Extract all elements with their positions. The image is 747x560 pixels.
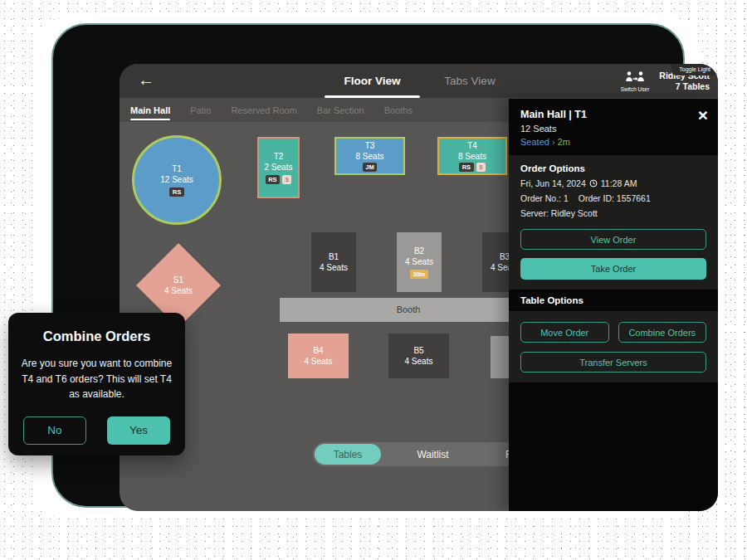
booth-bench[interactable]: Booth [280,298,537,322]
switch-user-button[interactable]: Switch User [621,71,650,92]
server-badge: RS [169,187,183,197]
table-b5[interactable]: B5 4 Seats [388,334,449,378]
table-label: B5 [413,345,423,356]
table-detail-panel: Main Hall | T1 12 Seats Seated›2m × Orde… [509,99,718,511]
take-order-button[interactable]: Take Order [520,258,706,280]
table-t2[interactable]: T2 2 Seats RS $ [257,137,300,198]
tab-floor-view[interactable]: Floor View [325,64,420,98]
dialog-title: Combine Orders [8,329,185,344]
move-order-button[interactable]: Move Order [520,322,609,343]
booth-label: Booth [397,304,421,315]
room-tab-reserved-room[interactable]: Reserved Room [231,98,296,122]
table-seats: 8 Seats [458,151,486,162]
dialog-yes-button[interactable]: Yes [107,416,170,445]
back-arrow-icon[interactable]: ← [138,71,154,89]
table-seats: 4 Seats [320,262,348,273]
room-tab-main-hall[interactable]: Main Hall [130,98,170,122]
status-seated: Seated [520,137,549,147]
table-t1[interactable]: T1 12 Seats RS [132,135,222,225]
order-number: Order No.: 1 [520,193,569,203]
table-seats: 4 Seats [405,256,433,267]
switch-user-label: Switch User [621,86,650,92]
order-numbers: Order No.: 1 Order ID: 1557661 [520,193,706,203]
panel-title: Main Hall | T1 [520,109,706,120]
table-seats: 4 Seats [405,356,433,367]
table-label: B4 [313,345,323,356]
server-badge: RS [459,163,473,172]
table-label: T3 [365,140,375,151]
table-seats: 8 Seats [356,151,384,162]
switch-user-icon [625,71,645,85]
timer-badge: 30m [410,270,428,279]
room-tab-booths[interactable]: Booths [384,98,413,122]
room-tab-patio[interactable]: Patio [190,98,211,122]
segment-tables[interactable]: Tables [315,444,381,465]
table-options-title: Table Options [509,290,718,311]
table-b4[interactable]: B4 4 Seats [288,334,349,378]
table-b1[interactable]: B1 4 Seats [311,232,356,292]
table-seats: 4 Seats [305,356,333,367]
dialog-message: Are you sure you want to combine T4 and … [20,356,173,402]
order-date: Fri, Jun 14, 2024 [520,178,586,188]
order-datetime: Fri, Jun 14, 2024 11:28 AM [520,178,706,188]
table-t4[interactable]: T4 8 Seats RS $ [437,137,507,175]
dialog-no-button[interactable]: No [23,416,86,445]
table-seats: 12 Seats [160,174,193,185]
table-options-section: Move Order Combine Orders Transfer Serve… [509,311,718,382]
order-options-section: Order Options Fri, Jun 14, 2024 11:28 AM… [509,155,718,290]
top-bar: ← Floor View Tabs View Switch User [120,64,718,98]
segment-waitlist[interactable]: Waitlist [381,449,485,460]
panel-status: Seated›2m [520,137,706,147]
close-icon[interactable]: × [698,105,708,125]
combine-orders-dialog: Combine Orders Are you sure you want to … [8,313,185,455]
payment-badge: $ [282,175,291,184]
room-tab-bar-section[interactable]: Bar Section [317,98,364,122]
table-seats: 2 Seats [265,162,293,173]
table-label: T2 [274,151,284,162]
panel-seats: 12 Seats [520,124,706,134]
order-id: Order ID: 1557661 [579,193,651,203]
tab-tabs-view[interactable]: Tabs View [432,64,507,98]
server-table-count: 7 Tables [659,81,710,92]
clock-icon [589,179,598,187]
order-server: Server: Ridley Scott [520,208,706,218]
view-order-button[interactable]: View Order [520,229,706,250]
table-label: B2 [414,246,424,256]
table-b2[interactable]: B2 4 Seats 30m [397,232,442,292]
table-t3[interactable]: T3 8 Seats JM [334,137,405,175]
table-label: S1 [173,275,183,285]
table-label: B1 [329,251,339,262]
page: ← Floor View Tabs View Switch User [0,0,747,560]
table-label: T1 [172,163,182,174]
table-seats: 4 Seats [164,285,193,296]
server-badge: JM [363,163,377,172]
status-separator: › [549,137,558,147]
app-screen: ← Floor View Tabs View Switch User [120,64,718,511]
transfer-servers-button[interactable]: Transfer Servers [520,352,706,373]
panel-header: Main Hall | T1 12 Seats Seated›2m × [509,99,718,155]
order-time: 11:28 AM [601,178,637,188]
status-duration: 2m [558,137,570,147]
table-label: T4 [467,140,477,151]
combine-orders-button[interactable]: Combine Orders [618,322,707,343]
order-options-title: Order Options [520,163,706,173]
server-badge: RS [266,175,280,184]
payment-badge: $ [476,163,486,172]
